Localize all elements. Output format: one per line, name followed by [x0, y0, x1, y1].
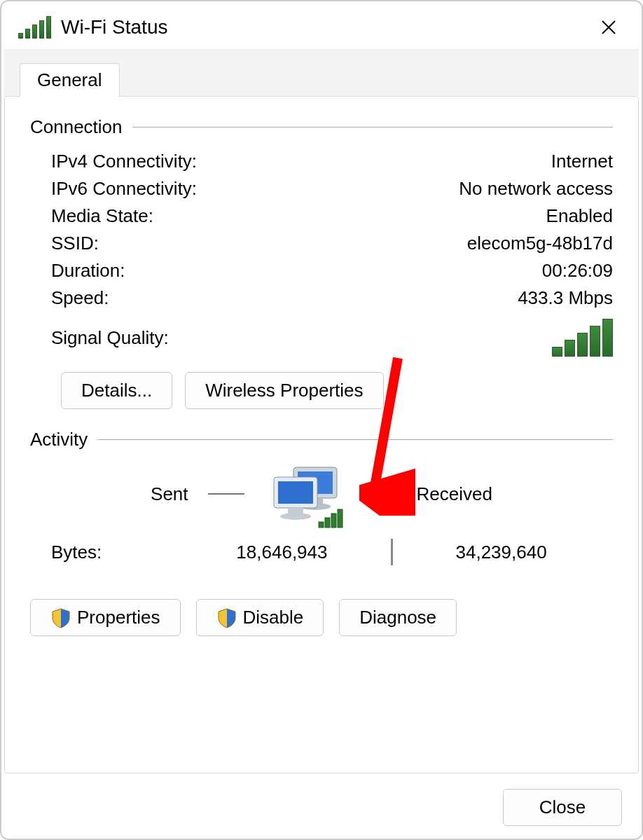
svg-rect-10	[331, 514, 336, 528]
tab-general[interactable]: General	[20, 63, 120, 97]
sent-label: Sent	[151, 483, 188, 505]
bytes-label: Bytes:	[51, 542, 191, 563]
media-value: Enabled	[546, 205, 613, 227]
row-duration: Duration: 00:26:09	[30, 257, 613, 284]
activity-heading: Activity	[30, 429, 613, 450]
dialog-footer: Close	[1, 776, 642, 839]
ipv6-label: IPv6 Connectivity:	[51, 178, 197, 200]
shield-icon	[50, 607, 71, 628]
tab-label: General	[37, 69, 102, 90]
window-title: Wi-Fi Status	[61, 16, 593, 39]
duration-label: Duration:	[51, 260, 125, 282]
wifi-status-dialog: Wi-Fi Status General Connection	[0, 0, 643, 840]
speed-label: Speed:	[51, 287, 109, 309]
svg-rect-6	[288, 508, 303, 514]
details-button[interactable]: Details...	[61, 372, 172, 409]
network-computers-icon	[264, 464, 341, 523]
sent-line-icon	[208, 493, 244, 495]
close-icon[interactable]	[593, 11, 625, 43]
shield-icon	[216, 607, 237, 628]
tabbar: General	[4, 49, 639, 96]
signal-label: Signal Quality:	[51, 327, 169, 349]
connection-heading: Connection	[30, 116, 613, 138]
bytes-sent-value: 18,646,943	[191, 542, 328, 563]
bytes-divider	[391, 539, 393, 565]
media-label: Media State:	[51, 205, 153, 227]
ssid-label: SSID:	[51, 233, 99, 254]
bytes-received-value: 34,239,640	[456, 542, 593, 563]
speed-value: 433.3 Mbps	[518, 287, 613, 309]
svg-rect-8	[319, 522, 324, 528]
tab-panel: Connection IPv4 Connectivity: Internet I…	[4, 96, 639, 773]
wifi-signal-icon	[18, 16, 51, 39]
row-signal-quality: Signal Quality:	[30, 312, 613, 357]
titlebar: Wi-Fi Status	[1, 1, 642, 49]
properties-button[interactable]: Properties	[30, 599, 181, 636]
row-media-state: Media State: Enabled	[30, 202, 613, 230]
svg-point-7	[280, 513, 311, 520]
close-button[interactable]: Close	[503, 789, 622, 826]
svg-rect-5	[278, 481, 313, 504]
ipv4-value: Internet	[551, 151, 613, 172]
wireless-properties-button[interactable]: Wireless Properties	[185, 372, 383, 409]
ipv6-value: No network access	[459, 178, 613, 200]
ipv4-label: IPv4 Connectivity:	[51, 151, 197, 172]
svg-rect-9	[325, 518, 330, 528]
received-line-icon	[361, 493, 397, 495]
row-ipv6: IPv6 Connectivity: No network access	[30, 175, 613, 202]
row-speed: Speed: 433.3 Mbps	[30, 284, 613, 312]
duration-value: 00:26:09	[542, 260, 613, 282]
activity-graphic-row: Sent	[30, 464, 613, 523]
row-ssid: SSID: elecom5g-48b17d	[30, 230, 613, 257]
received-label: Received	[417, 483, 492, 505]
signal-strength-icon	[552, 319, 613, 357]
row-ipv4: IPv4 Connectivity: Internet	[30, 148, 613, 175]
disable-button[interactable]: Disable	[196, 599, 324, 636]
diagnose-button[interactable]: Diagnose	[339, 599, 457, 636]
svg-rect-11	[338, 509, 343, 528]
ssid-value: elecom5g-48b17d	[467, 233, 613, 254]
